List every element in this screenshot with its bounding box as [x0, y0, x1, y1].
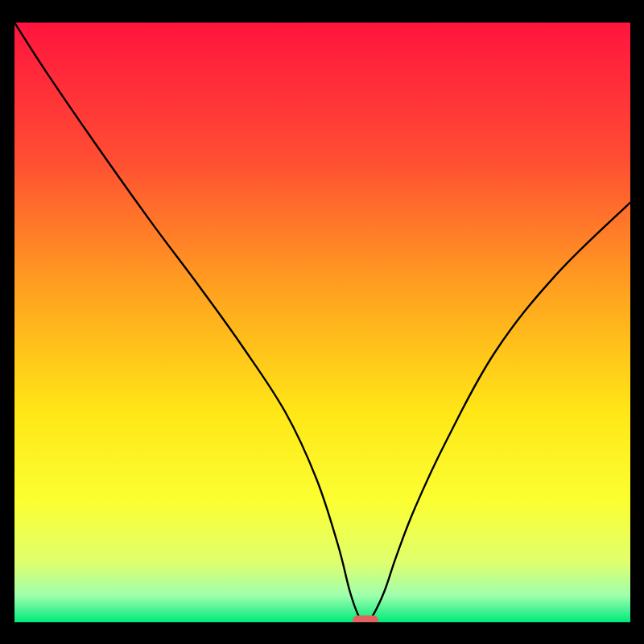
bottleneck-chart: [0, 0, 644, 644]
svg-rect-3: [0, 622, 644, 644]
svg-rect-2: [630, 0, 644, 644]
svg-rect-1: [0, 0, 14, 644]
gradient-background: [14, 23, 630, 622]
svg-rect-0: [0, 0, 644, 23]
chart-frame: TheBottleneck.com: [0, 0, 644, 644]
